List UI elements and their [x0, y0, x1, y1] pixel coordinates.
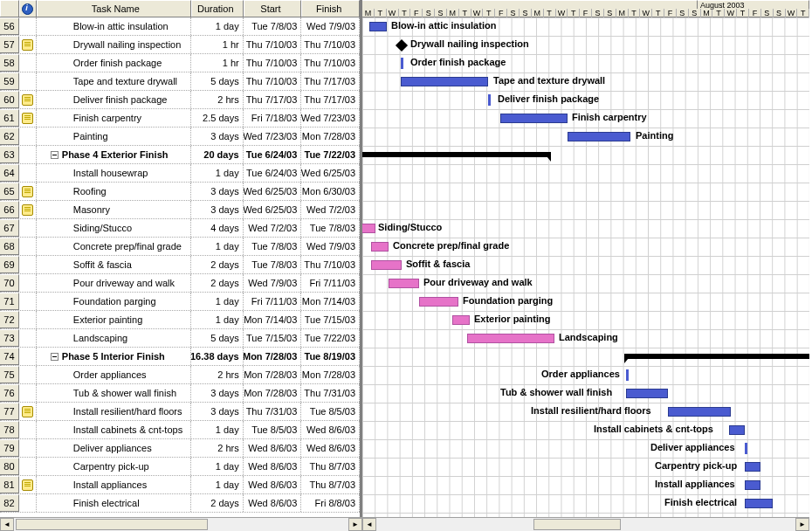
finish-cell[interactable]: Wed 7/2/03: [301, 201, 360, 218]
row-id[interactable]: 76: [0, 384, 19, 402]
task-name-cell[interactable]: Exterior painting: [37, 311, 191, 328]
start-cell[interactable]: Thu 7/17/03: [244, 91, 302, 108]
finish-cell[interactable]: Wed 6/25/03: [301, 164, 360, 182]
start-cell[interactable]: Wed 8/6/03: [244, 439, 302, 457]
gantt-bar[interactable]: [729, 425, 745, 435]
start-cell[interactable]: Wed 6/25/03: [244, 183, 302, 200]
finish-cell[interactable]: Wed 8/6/03: [301, 439, 360, 457]
table-row[interactable]: 58Order finish package1 hrThu 7/10/03Thu…: [0, 54, 360, 72]
row-id[interactable]: 81: [0, 476, 19, 493]
gantt-bar[interactable]: [500, 114, 568, 123]
table-row[interactable]: 77Install resilient/hard floors3 daysThu…: [0, 403, 360, 421]
table-row[interactable]: 62Painting3 daysWed 7/23/03Mon 7/28/03: [0, 128, 360, 146]
gantt-bar[interactable]: [389, 279, 419, 288]
task-name-cell[interactable]: Install appliances: [37, 476, 191, 493]
start-cell[interactable]: Mon 7/28/03: [244, 348, 302, 365]
scroll-right-button[interactable]: ►: [795, 518, 809, 531]
table-row[interactable]: 79Deliver appliances2 hrsWed 8/6/03Wed 8…: [0, 439, 360, 458]
task-name-cell[interactable]: Phase 4 Exterior Finish: [37, 146, 191, 163]
row-id[interactable]: 56: [0, 17, 19, 35]
duration-cell[interactable]: 3 days: [191, 384, 244, 402]
finish-cell[interactable]: Thu 7/10/03: [301, 54, 360, 72]
duration-cell[interactable]: 20 days: [191, 146, 244, 163]
gantt-bar[interactable]: [419, 297, 458, 307]
task-name-cell[interactable]: Drywall nailing inspection: [37, 36, 191, 53]
row-id[interactable]: 73: [0, 329, 19, 347]
task-name-cell[interactable]: Phase 5 Interior Finish: [37, 348, 191, 365]
duration-cell[interactable]: 2 days: [191, 494, 244, 512]
table-row[interactable]: 76Tub & shower wall finish3 daysMon 7/28…: [0, 384, 360, 403]
row-id[interactable]: 62: [0, 128, 19, 145]
finish-cell[interactable]: Thu 7/17/03: [301, 91, 360, 108]
task-name-cell[interactable]: Foundation parging: [37, 293, 191, 310]
duration-cell[interactable]: 1 hr: [191, 36, 244, 53]
col-finish[interactable]: Finish: [301, 0, 360, 17]
row-id[interactable]: 70: [0, 274, 19, 292]
task-name-cell[interactable]: Landscaping: [37, 329, 191, 347]
gantt-bar[interactable]: [745, 480, 760, 490]
table-row[interactable]: 56Blow-in attic insulation1 dayTue 7/8/0…: [0, 17, 360, 36]
row-id[interactable]: 69: [0, 256, 19, 273]
table-row[interactable]: 75Order appliances2 hrsMon 7/28/03Mon 7/…: [0, 366, 360, 384]
task-name-cell[interactable]: Painting: [37, 128, 191, 145]
row-id[interactable]: 75: [0, 366, 19, 383]
table-row[interactable]: 57Drywall nailing inspection1 hrThu 7/10…: [0, 36, 360, 54]
finish-cell[interactable]: Fri 8/8/03: [301, 494, 360, 512]
row-id[interactable]: 57: [0, 36, 19, 53]
gantt-bar[interactable]: [626, 389, 668, 398]
start-cell[interactable]: Mon 7/28/03: [244, 366, 302, 383]
task-name-cell[interactable]: Blow-in attic insulation: [37, 17, 191, 35]
scroll-right-button[interactable]: ►: [348, 518, 362, 531]
task-name-cell[interactable]: Siding/Stucco: [37, 219, 191, 237]
duration-cell[interactable]: 1 day: [191, 476, 244, 493]
row-id[interactable]: 68: [0, 238, 19, 255]
scroll-left-button[interactable]: ◄: [0, 518, 14, 531]
duration-cell[interactable]: 2 hrs: [191, 91, 244, 108]
milestone-icon[interactable]: [396, 39, 408, 52]
row-id[interactable]: 82: [0, 494, 19, 512]
gantt-bar[interactable]: [568, 132, 630, 141]
finish-cell[interactable]: Thu 8/7/03: [301, 476, 360, 493]
gantt-tick[interactable]: [745, 443, 747, 454]
row-id[interactable]: 80: [0, 458, 19, 475]
collapse-icon[interactable]: [51, 151, 58, 159]
task-name-cell[interactable]: Tub & shower wall finish: [37, 384, 191, 402]
finish-cell[interactable]: Mon 7/28/03: [301, 366, 360, 383]
finish-cell[interactable]: Mon 6/30/03: [301, 183, 360, 200]
gantt-tick[interactable]: [401, 58, 403, 69]
row-id[interactable]: 72: [0, 311, 19, 328]
duration-cell[interactable]: 2 days: [191, 256, 244, 273]
summary-bar[interactable]: [362, 152, 551, 157]
finish-cell[interactable]: Thu 7/10/03: [301, 256, 360, 273]
duration-cell[interactable]: 2 days: [191, 274, 244, 292]
task-name-cell[interactable]: Tape and texture drywall: [37, 72, 191, 90]
row-id[interactable]: 71: [0, 293, 19, 310]
row-id[interactable]: 65: [0, 183, 19, 200]
row-id[interactable]: 77: [0, 403, 19, 420]
duration-cell[interactable]: 2.5 days: [191, 109, 244, 127]
start-cell[interactable]: Wed 8/6/03: [244, 476, 302, 493]
scroll-left-button[interactable]: ◄: [362, 518, 376, 531]
task-name-cell[interactable]: Masonry: [37, 201, 191, 218]
col-id[interactable]: [0, 0, 19, 17]
finish-cell[interactable]: Thu 7/31/03: [301, 384, 360, 402]
task-name-cell[interactable]: Roofing: [37, 183, 191, 200]
start-cell[interactable]: Wed 7/2/03: [244, 219, 302, 237]
duration-cell[interactable]: 1 day: [191, 164, 244, 182]
table-row[interactable]: 65Roofing3 daysWed 6/25/03Mon 6/30/03: [0, 183, 360, 201]
gantt-area[interactable]: Blow-in attic insulationDrywall nailing …: [362, 17, 809, 531]
finish-cell[interactable]: Wed 7/9/03: [301, 238, 360, 255]
row-id[interactable]: 59: [0, 72, 19, 90]
finish-cell[interactable]: Thu 7/10/03: [301, 36, 360, 53]
start-cell[interactable]: Wed 7/9/03: [244, 274, 302, 292]
table-row[interactable]: 64Install housewrap1 dayTue 6/24/03Wed 6…: [0, 164, 360, 183]
duration-cell[interactable]: 5 days: [191, 72, 244, 90]
table-row[interactable]: 74Phase 5 Interior Finish16.38 daysMon 7…: [0, 348, 360, 366]
task-name-cell[interactable]: Order appliances: [37, 366, 191, 383]
summary-bar[interactable]: [624, 354, 809, 359]
duration-cell[interactable]: 3 days: [191, 403, 244, 420]
duration-cell[interactable]: 1 day: [191, 17, 244, 35]
col-task-name[interactable]: Task Name: [37, 0, 191, 17]
gantt-bar[interactable]: [369, 22, 387, 31]
table-row[interactable]: 81Install appliances1 dayWed 8/6/03Thu 8…: [0, 476, 360, 494]
